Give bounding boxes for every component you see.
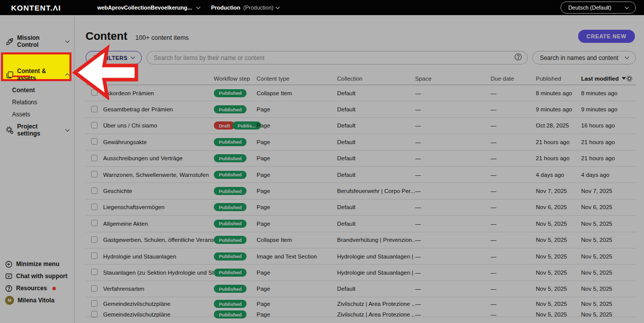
row-due-date: — bbox=[491, 188, 536, 194]
arrow-left-circle-icon bbox=[5, 261, 13, 268]
row-collection: Hydrologie und Stauanlagen | ... bbox=[337, 270, 415, 276]
table-row[interactable]: Über uns / Chi siamo DraftPublis... Page… bbox=[86, 118, 636, 134]
workflow-badge: Published bbox=[214, 105, 247, 113]
row-workflow-step: Published bbox=[214, 236, 257, 244]
sidebar-item-relations[interactable]: Relations bbox=[0, 96, 74, 108]
row-checkbox[interactable] bbox=[91, 300, 98, 307]
row-checkbox[interactable] bbox=[91, 89, 98, 96]
sidebar-item-assets[interactable]: Assets bbox=[0, 108, 74, 120]
row-checkbox[interactable] bbox=[91, 204, 98, 210]
sidebar-item-label: Mission Control bbox=[17, 34, 62, 48]
row-checkbox[interactable] bbox=[91, 171, 98, 177]
select-all-checkbox[interactable] bbox=[91, 75, 98, 81]
row-content-type: Page bbox=[257, 188, 337, 194]
row-published: Nov 6, 2025 bbox=[536, 204, 581, 210]
row-checkbox[interactable] bbox=[91, 236, 98, 243]
row-checkbox[interactable] bbox=[91, 122, 98, 128]
row-published: Nov 5, 2025 bbox=[536, 221, 581, 227]
row-workflow-step: Published bbox=[214, 310, 257, 318]
table-row[interactable]: Gemeindezivilschutzpläne Published Page … bbox=[86, 310, 636, 317]
language-selector[interactable]: Deutsch (Default) bbox=[560, 2, 636, 14]
table-row[interactable]: Gastgewerben, Schulen, öffentliche Veran… bbox=[86, 232, 636, 248]
row-last-modified: Nov 5, 2025 bbox=[581, 286, 636, 292]
column-header-published[interactable]: Published bbox=[536, 76, 581, 82]
table-row[interactable]: Hydrologie und Stauanlagen Published Ima… bbox=[86, 248, 636, 265]
table-row[interactable]: Warnzonen, Schwellenwerte, Warnstufen Pu… bbox=[86, 167, 636, 183]
row-space: — bbox=[415, 286, 491, 292]
workflow-badge: Published bbox=[214, 220, 247, 228]
table-row[interactable]: Stauanlagen (zu Sektion Hydrologie und S… bbox=[86, 265, 636, 281]
row-last-modified: Nov 5, 2025 bbox=[581, 221, 636, 227]
create-new-button[interactable]: CREATE NEW bbox=[578, 30, 635, 43]
notification-dot bbox=[52, 287, 56, 290]
row-space: — bbox=[415, 90, 491, 96]
sort-descending-icon bbox=[622, 77, 626, 80]
sidebar-item-content[interactable]: Content bbox=[0, 84, 74, 96]
environment-switcher[interactable]: Production (Production) bbox=[211, 5, 279, 11]
table-settings-button[interactable] bbox=[626, 75, 633, 82]
row-content-type: Page bbox=[257, 139, 337, 145]
sidebar-nav: Mission Control Web Spotlight Content & … bbox=[0, 15, 74, 137]
row-checkbox[interactable] bbox=[91, 269, 98, 275]
row-workflow-step: Published bbox=[214, 105, 257, 113]
row-checkbox[interactable] bbox=[91, 220, 98, 226]
row-published: 9 minutes ago bbox=[536, 106, 581, 112]
chevron-down-icon bbox=[276, 5, 280, 9]
table-row[interactable]: Allgemeine Akten Published Page Default … bbox=[86, 216, 636, 232]
search-help-button[interactable] bbox=[514, 53, 522, 62]
sidebar-item-project-settings[interactable]: Project settings bbox=[0, 123, 74, 137]
table-row[interactable]: Ausschreibungen und Verträge Published P… bbox=[86, 151, 636, 167]
column-header-workflow-step[interactable]: Workflow step bbox=[214, 76, 257, 82]
row-checkbox[interactable] bbox=[91, 155, 98, 161]
row-published: Nov 5, 2025 bbox=[536, 270, 581, 276]
column-header-content-type[interactable]: Content type bbox=[257, 76, 337, 82]
table-row[interactable]: Geschichte Published Page Berufsfeuerweh… bbox=[86, 183, 636, 199]
search-input[interactable]: Search for items by their name or conten… bbox=[146, 51, 528, 64]
sidebar-item-mission-control[interactable]: Mission Control bbox=[0, 34, 74, 48]
chat-icon bbox=[5, 273, 13, 280]
row-checkbox[interactable] bbox=[91, 252, 98, 259]
row-checkbox[interactable] bbox=[91, 285, 98, 292]
column-header-collection[interactable]: Collection bbox=[337, 76, 415, 82]
row-collection: Default bbox=[337, 90, 415, 96]
sidebar-item-content-assets[interactable]: Content & assets bbox=[0, 68, 74, 82]
table-row[interactable]: Gemeindezivilschutzpläne Published Page … bbox=[86, 297, 636, 310]
row-checkbox[interactable] bbox=[91, 138, 98, 145]
resources-button[interactable]: Resources bbox=[0, 282, 74, 294]
table-row[interactable]: Liegenschaftsvermögen Published Page Def… bbox=[86, 200, 636, 216]
row-last-modified: Nov 6, 2025 bbox=[581, 204, 636, 210]
row-checkbox[interactable] bbox=[91, 311, 98, 317]
sidebar-item-web-spotlight[interactable]: Web Spotlight bbox=[0, 51, 74, 65]
user-menu[interactable]: M Milena Vitola bbox=[0, 294, 74, 306]
table-row[interactable]: Gesamtbetrag der Prämien Published Page … bbox=[86, 101, 636, 117]
row-published: 8 minutes ago bbox=[536, 90, 581, 96]
minimize-menu-button[interactable]: Minimize menu bbox=[0, 258, 74, 270]
row-collection: Berufsfeuerwehr | Corpo Per... bbox=[337, 188, 415, 194]
row-name: Allgemeine Akten bbox=[103, 221, 214, 227]
row-due-date: — bbox=[491, 122, 536, 128]
row-workflow-step: Published bbox=[214, 285, 257, 293]
filters-button[interactable]: FILTERS bbox=[86, 51, 142, 64]
row-checkbox[interactable] bbox=[91, 106, 98, 112]
column-header-space[interactable]: Space bbox=[415, 76, 491, 82]
workflow-badge: Published bbox=[214, 203, 247, 211]
row-space: — bbox=[415, 301, 491, 307]
search-placeholder: Search for items by their name or conten… bbox=[154, 54, 265, 61]
row-collection: Default bbox=[337, 221, 415, 227]
row-checkbox[interactable] bbox=[91, 187, 98, 194]
table-row[interactable]: Akkordeon Prämien Published Collapse Ite… bbox=[86, 85, 636, 101]
row-last-modified: Nov 5, 2025 bbox=[581, 237, 636, 243]
project-name: webAprovCollectionBevoelkerung... bbox=[97, 5, 192, 11]
sidebar-item-label: Content & assets bbox=[17, 68, 62, 82]
column-header-last-modified[interactable]: Last modified bbox=[581, 76, 626, 82]
table-row[interactable]: Verfahrensarten Published Page Default —… bbox=[86, 281, 636, 297]
project-switcher[interactable]: webAprovCollectionBevoelkerung... bbox=[97, 5, 200, 11]
row-content-type: Page bbox=[257, 155, 337, 161]
row-name: Gemeindezivilschutzpläne bbox=[103, 301, 214, 307]
chat-with-support-button[interactable]: Chat with support bbox=[0, 270, 74, 282]
row-workflow-step: Published bbox=[214, 203, 257, 211]
table-row[interactable]: Gewährungsakte Published Page Default — … bbox=[86, 134, 636, 150]
column-header-name[interactable]: Name bbox=[103, 76, 214, 82]
column-header-due-date[interactable]: Due date bbox=[491, 76, 536, 82]
search-scope-dropdown[interactable]: Search in names and content bbox=[532, 51, 636, 64]
